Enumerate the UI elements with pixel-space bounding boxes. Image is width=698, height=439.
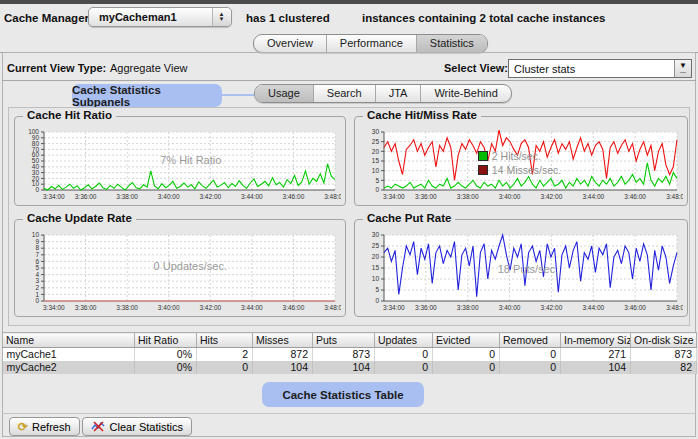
clustered-text: has 1 clustered: [246, 12, 330, 24]
column-header[interactable]: On-disk Size: [631, 333, 697, 348]
svg-text:3:42:00: 3:42:00: [199, 193, 221, 200]
refresh-button[interactable]: ⟳ Refresh: [9, 417, 80, 436]
current-view-type-label: Current View Type:: [7, 62, 106, 74]
stat-value-cell: 104: [253, 361, 313, 374]
cache-update-rate-title: Cache Update Rate: [23, 212, 136, 224]
table-row[interactable]: myCache20%010410400010482: [3, 361, 697, 374]
tab-overview[interactable]: Overview: [254, 35, 326, 52]
svg-text:3:42:00: 3:42:00: [541, 304, 563, 311]
column-header[interactable]: Removed: [500, 333, 561, 348]
svg-text:3:34:00: 3:34:00: [383, 193, 405, 200]
clear-statistics-icon: [91, 421, 106, 432]
svg-text:0: 0: [35, 297, 39, 304]
svg-text:30: 30: [372, 231, 380, 238]
svg-text:1: 1: [35, 291, 39, 298]
stat-value-cell: 0%: [135, 361, 197, 374]
svg-text:0: 0: [375, 186, 379, 193]
stat-value-cell: 271: [561, 348, 631, 361]
svg-text:3:42:00: 3:42:00: [541, 193, 563, 200]
svg-text:3:46:00: 3:46:00: [624, 193, 646, 200]
svg-text:30: 30: [372, 128, 380, 135]
cache-manager-select[interactable]: myCacheman1 ▲▼: [88, 7, 232, 27]
stat-value-cell: 0: [500, 361, 561, 374]
svg-text:0: 0: [375, 297, 379, 304]
svg-text:5: 5: [375, 177, 379, 184]
stat-value-cell: 0: [197, 361, 253, 374]
svg-text:3:38:00: 3:38:00: [457, 304, 479, 311]
refresh-icon: ⟳: [18, 422, 28, 432]
select-view-label: Select View:: [444, 62, 508, 74]
stat-value-cell: 2: [197, 348, 253, 361]
column-header[interactable]: Updates: [375, 333, 433, 348]
column-header[interactable]: Name: [3, 333, 135, 348]
svg-text:10: 10: [372, 167, 380, 174]
stat-value-cell: 0: [375, 348, 433, 361]
cache-manager-value: myCacheman1: [99, 11, 177, 23]
dropdown-arrow-icon[interactable]: ▼—: [674, 60, 691, 77]
svg-text:3:34:00: 3:34:00: [43, 193, 65, 200]
column-header[interactable]: In-memory Size: [561, 333, 631, 348]
svg-text:3:36:00: 3:36:00: [75, 304, 97, 311]
svg-text:3:48:00: 3:48:00: [666, 193, 683, 200]
cache-hit-miss-rate-groupbox: Cache Hit/Miss Rate 0510152025303:34:003…: [354, 116, 688, 206]
stat-value-cell: 82: [631, 361, 697, 374]
bottom-toolbar: ⟳ Refresh Clear Statistics: [9, 417, 192, 436]
stat-value-cell: 104: [313, 361, 375, 374]
tab-search[interactable]: Search: [313, 85, 375, 102]
cache-statistics-table: NameHit RatioHitsMissesPutsUpdatesEvicte…: [2, 332, 697, 374]
subpanels-annotation-callout: Cache Statistics Subpanels: [72, 84, 222, 107]
divider: [2, 80, 696, 81]
svg-text:3:42:00: 3:42:00: [199, 304, 221, 311]
svg-text:3:34:00: 3:34:00: [43, 304, 65, 311]
svg-text:25: 25: [372, 138, 380, 145]
tab-usage[interactable]: Usage: [255, 85, 313, 102]
svg-text:10: 10: [32, 231, 40, 238]
svg-text:3: 3: [35, 277, 39, 284]
svg-text:3:36:00: 3:36:00: [75, 193, 97, 200]
svg-text:8: 8: [35, 244, 39, 251]
cache-hit-ratio-chart: 01020304050607080901003:34:003:36:003:38…: [19, 128, 341, 202]
svg-text:3:46:00: 3:46:00: [283, 193, 305, 200]
tab-performance[interactable]: Performance: [326, 35, 416, 52]
svg-text:3:44:00: 3:44:00: [582, 304, 604, 311]
stepper-arrows-icon[interactable]: ▲▼: [212, 8, 230, 26]
svg-text:9: 9: [35, 238, 39, 245]
column-header[interactable]: Evicted: [433, 333, 500, 348]
tab-write-behind[interactable]: Write-Behind: [420, 85, 510, 102]
svg-text:5: 5: [35, 264, 39, 271]
stat-value-cell: 873: [313, 348, 375, 361]
stat-value-cell: 872: [253, 348, 313, 361]
table-row[interactable]: myCache10%2872873000271873: [3, 348, 697, 361]
cache-put-rate-chart: 0510152025303:34:003:36:003:38:003:40:00…: [359, 231, 683, 313]
svg-text:100: 100: [28, 128, 39, 135]
cache-hit-miss-rate-chart: 0510152025303:34:003:36:003:38:003:40:00…: [359, 128, 683, 202]
stat-value-cell: 0%: [135, 348, 197, 361]
svg-text:3:36:00: 3:36:00: [415, 193, 437, 200]
column-header[interactable]: Misses: [253, 333, 313, 348]
cache-name-cell: myCache2: [3, 361, 135, 374]
svg-text:3:34:00: 3:34:00: [383, 304, 405, 311]
svg-text:15: 15: [372, 157, 380, 164]
cache-update-rate-groupbox: Cache Update Rate 0123456789103:34:003:3…: [14, 219, 346, 317]
stat-value-cell: 104: [561, 361, 631, 374]
svg-text:20: 20: [372, 148, 380, 155]
clear-statistics-button-label: Clear Statistics: [110, 421, 183, 433]
instances-text: instances containing 2 total cache insta…: [362, 12, 606, 24]
cache-name-cell: myCache1: [3, 348, 135, 361]
toolbar-divider: [2, 413, 696, 414]
column-header[interactable]: Puts: [313, 333, 375, 348]
column-header[interactable]: Hit Ratio: [135, 333, 197, 348]
svg-text:10: 10: [372, 275, 380, 282]
tab-jta[interactable]: JTA: [375, 85, 421, 102]
svg-text:2: 2: [35, 284, 39, 291]
select-view-dropdown[interactable]: Cluster stats ▼—: [508, 59, 692, 78]
column-header[interactable]: Hits: [197, 333, 253, 348]
tab-statistics[interactable]: Statistics: [416, 35, 487, 52]
divider: [0, 52, 698, 53]
cache-manager-label: Cache Manager:: [4, 12, 93, 24]
svg-text:3:40:00: 3:40:00: [499, 193, 521, 200]
clear-statistics-button[interactable]: Clear Statistics: [82, 417, 192, 436]
svg-text:3:48:00: 3:48:00: [324, 304, 341, 311]
svg-text:20: 20: [372, 253, 380, 260]
table-header: NameHit RatioHitsMissesPutsUpdatesEvicte…: [3, 333, 697, 348]
